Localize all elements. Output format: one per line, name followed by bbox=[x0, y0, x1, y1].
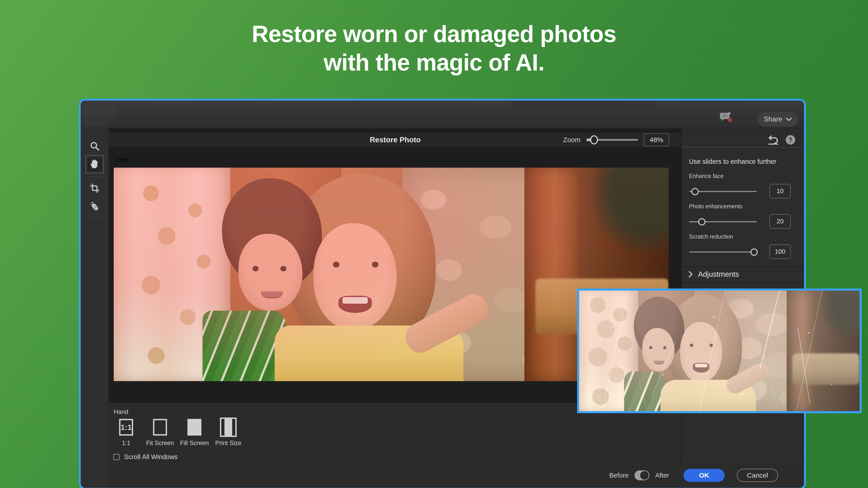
scroll-all-windows-checkbox[interactable]: Scroll All Windows bbox=[113, 453, 178, 461]
zoom-value-field[interactable]: 48% bbox=[644, 133, 669, 147]
scratch-reduction-value-field[interactable]: 100 bbox=[770, 245, 791, 259]
enhance-face-value-field[interactable]: 10 bbox=[770, 184, 791, 198]
title-bar: Share bbox=[81, 101, 804, 128]
zoom-control: Zoom 48% bbox=[563, 133, 669, 147]
print-size-icon bbox=[221, 419, 235, 435]
zoom-tool-button[interactable] bbox=[88, 139, 102, 153]
photo-enhancements-value-field[interactable]: 20 bbox=[770, 214, 791, 229]
help-icon: ? bbox=[785, 135, 796, 145]
rail-divider bbox=[88, 176, 101, 177]
fit-screen-button[interactable]: Fit Screen bbox=[143, 419, 177, 447]
photo-wear-overlay bbox=[579, 291, 860, 411]
healing-tool-button[interactable] bbox=[88, 199, 102, 213]
toggle-knob bbox=[640, 471, 649, 480]
help-button[interactable]: ? bbox=[785, 134, 796, 145]
headline-line2: with the magic of AI. bbox=[0, 48, 868, 77]
fill-screen-button[interactable]: Fill Screen bbox=[178, 419, 211, 447]
enhance-face-slider-track[interactable] bbox=[689, 191, 757, 192]
checkbox-icon bbox=[113, 454, 120, 460]
fit-screen-icon bbox=[153, 419, 167, 435]
print-size-label: Print Size bbox=[215, 440, 241, 447]
tool-options-title: Hand bbox=[114, 409, 128, 416]
view-1-1-button[interactable]: 1:1 1:1 bbox=[109, 419, 143, 447]
fill-screen-icon bbox=[187, 419, 202, 435]
photo-enhancements-slider-track[interactable] bbox=[689, 221, 757, 222]
magnifier-icon bbox=[90, 141, 100, 151]
crop-icon bbox=[90, 183, 100, 193]
chevron-down-icon bbox=[786, 118, 792, 121]
after-label: After bbox=[655, 472, 669, 479]
canvas-view-label: After bbox=[115, 157, 129, 164]
scratch-reduction-slider-knob[interactable] bbox=[750, 249, 758, 256]
photo-enhancements-label: Photo enhancements bbox=[689, 203, 797, 210]
svg-text:?: ? bbox=[788, 136, 793, 143]
print-size-button[interactable]: Print Size bbox=[211, 419, 245, 447]
ok-button[interactable]: OK bbox=[684, 469, 725, 482]
page-background: Restore worn or damaged photos with the … bbox=[0, 0, 868, 488]
panel-heading: Use sliders to enhance further bbox=[689, 158, 776, 165]
enhance-face-group: Enhance face 10 bbox=[689, 173, 797, 196]
photo-scratch bbox=[651, 341, 676, 397]
photo-scratch bbox=[798, 327, 810, 403]
headline: Restore worn or damaged photos with the … bbox=[0, 20, 868, 77]
enhance-face-slider-knob[interactable] bbox=[691, 188, 699, 195]
zoom-slider-track[interactable] bbox=[586, 139, 638, 141]
scratch-reduction-group: Scratch reduction 100 bbox=[689, 233, 797, 257]
photo-enhancements-slider-knob[interactable] bbox=[698, 218, 706, 225]
tool-rail bbox=[81, 129, 109, 488]
scroll-all-windows-label: Scroll All Windows bbox=[124, 453, 178, 461]
comment-sparkle-icon bbox=[719, 111, 734, 124]
zoom-label: Zoom bbox=[563, 136, 581, 144]
share-button-label: Share bbox=[764, 115, 782, 123]
healing-brush-icon bbox=[89, 200, 100, 211]
action-bar: Before After OK Cancel bbox=[109, 462, 804, 488]
fit-screen-label: Fit Screen bbox=[146, 440, 174, 447]
hand-tool-button[interactable] bbox=[88, 157, 102, 171]
photo-scratch bbox=[760, 289, 781, 369]
headline-line1: Restore worn or damaged photos bbox=[0, 20, 868, 48]
rail-divider-2 bbox=[88, 217, 101, 218]
share-button[interactable]: Share bbox=[757, 112, 798, 127]
photo-art-before bbox=[579, 291, 860, 411]
blurred-titlebar-region bbox=[512, 101, 656, 116]
before-photo-inset bbox=[577, 289, 862, 413]
enhance-face-label: Enhance face bbox=[689, 173, 797, 180]
scratch-reduction-slider-track[interactable] bbox=[689, 252, 757, 253]
zoom-slider-knob[interactable] bbox=[590, 135, 598, 144]
chevron-right-icon bbox=[688, 271, 693, 278]
photo-enhancements-group: Photo enhancements 20 bbox=[689, 203, 797, 226]
panel-header: ? bbox=[682, 133, 804, 148]
reset-button[interactable] bbox=[768, 134, 779, 145]
adjustments-label: Adjustments bbox=[698, 270, 739, 279]
crop-tool-button[interactable] bbox=[88, 181, 102, 195]
before-label: Before bbox=[609, 472, 628, 479]
undo-icon bbox=[768, 135, 778, 144]
adjustments-section-toggle[interactable]: Adjustments bbox=[682, 266, 804, 282]
one-to-one-icon: 1:1 bbox=[119, 419, 133, 435]
feedback-button[interactable] bbox=[719, 110, 734, 124]
before-after-toggle[interactable] bbox=[634, 470, 649, 480]
dialog-toolbar: Restore Photo Zoom 48% bbox=[109, 133, 681, 148]
blurred-menu-region-2 bbox=[83, 116, 110, 127]
cancel-button[interactable]: Cancel bbox=[737, 469, 778, 482]
fill-screen-label: Fill Screen bbox=[180, 440, 209, 447]
hand-icon bbox=[90, 159, 100, 170]
scratch-reduction-label: Scratch reduction bbox=[689, 233, 797, 240]
view-1-1-label: 1:1 bbox=[122, 440, 130, 447]
